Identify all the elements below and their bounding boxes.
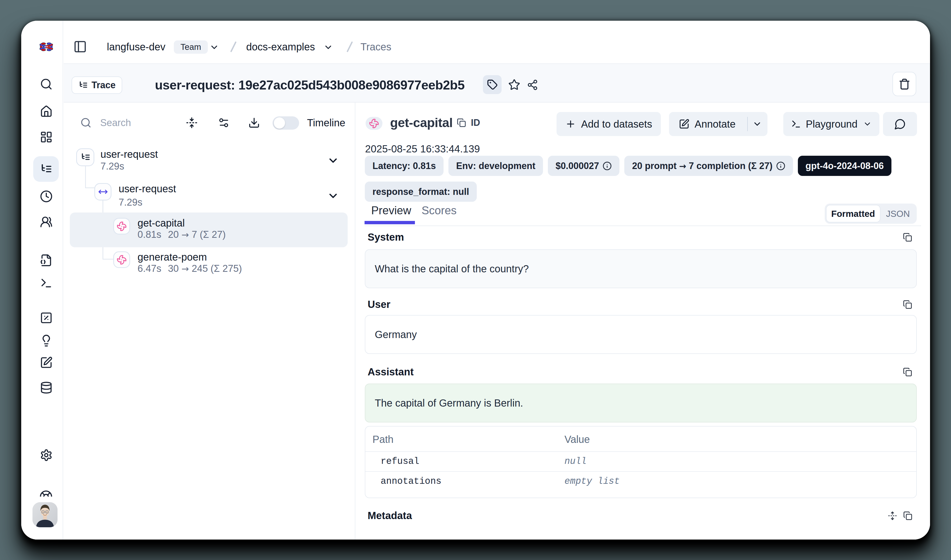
download-button[interactable] [248,117,260,129]
info-icon [603,162,612,171]
tree-connector [85,188,94,188]
tag-icon [487,79,498,90]
table-header-path: Path [372,434,394,445]
sidebar-tracing-item-active[interactable] [33,156,59,182]
table-divider [365,471,916,472]
tag-button[interactable] [483,75,502,94]
panel-divider[interactable] [355,103,355,540]
response-format-badge: response_format: null [365,182,477,202]
tree-row-duration: 7.29s [100,161,124,172]
timeline-label: Timeline [307,117,345,129]
playground-button[interactable]: Playground [783,112,879,136]
table-cell-path: refusal [381,456,419,467]
section-system-label: System [368,231,404,243]
model-badge[interactable]: gpt-4o-2024-08-06 [798,156,891,176]
unfold-vertical-icon [888,511,897,520]
sidebar-support-icon[interactable] [39,490,53,497]
annotate-split-button[interactable]: Annotate [669,112,768,136]
user-avatar[interactable] [32,502,57,527]
tree-row-stats: 0.81s20 → 7 (Σ 27) [137,229,226,240]
row-chevron-down-icon[interactable] [327,190,339,202]
generation-node-badge[interactable] [113,251,130,268]
app-window: langfuse-dev Team docs-examples Traces T… [21,21,930,540]
tokens-badge[interactable]: 20 prompt → 7 completion (Σ 27) [624,156,793,176]
row-chevron-down-icon[interactable] [327,154,339,167]
search-icon [80,117,92,128]
annotate-dropdown-chevron[interactable] [752,119,762,129]
view-settings-button[interactable] [218,117,229,129]
copy-icon [903,511,913,520]
breadcrumb-page[interactable]: Traces [360,41,391,53]
comments-button[interactable] [883,112,917,136]
toggle-knob [274,117,285,129]
share-button[interactable] [527,79,538,91]
tree-row-title[interactable]: user-request [100,149,158,160]
delete-trace-button[interactable] [893,72,916,96]
generation-type-chip [366,117,382,130]
format-toggle-formatted[interactable]: Formatted [826,205,880,223]
message-circle-icon [894,118,906,130]
trace-node-badge[interactable] [76,148,94,166]
download-icon [248,117,260,129]
copy-id-button[interactable] [457,118,466,127]
metrics-badges-row: Latency: 0.81s Env: development $0.00002… [365,156,891,176]
expand-metadata-button[interactable] [888,511,897,520]
pinwheel-icon [117,255,127,265]
output-fields-table: Path Value refusal null annotations empt… [365,426,917,498]
tree-row-title[interactable]: user-request [118,183,176,195]
sliders-icon [218,117,229,129]
tree-connector [103,259,113,260]
pinwheel-icon [369,118,379,129]
sidebar-rail [21,21,63,540]
terminal-icon [791,119,801,129]
table-cell-value: null [565,456,586,467]
breadcrumb-project-badge: Team [174,40,208,54]
trace-type-chip: Trace [72,77,122,94]
timeline-toggle[interactable] [272,116,299,130]
breadcrumb-separator-icon-2 [345,41,354,52]
format-toggle-json[interactable]: JSON [880,209,916,219]
table-cell-path: annotations [381,476,442,487]
trace-title: user-request: 19e27ac025d543b008e9086977… [155,78,465,92]
copy-icon [903,300,912,309]
table-cell-value: empty list [565,476,620,487]
tab-scores[interactable]: Scores [422,204,457,217]
copy-assistant-button[interactable] [903,368,912,377]
tabs-divider [365,226,921,226]
trace-type-label: Trace [92,80,115,91]
tab-preview[interactable]: Preview [371,204,411,217]
move-horizontal-icon [98,187,108,197]
resource-chevron-down-icon[interactable] [323,42,333,52]
assistant-message-box: The capital of Germany is Berlin. [365,383,917,422]
copy-icon [457,118,466,127]
latency-badge: Latency: 0.81s [365,156,443,176]
project-chevron-down-icon[interactable] [209,42,219,52]
plus-icon [565,118,576,129]
add-to-datasets-button[interactable]: Add to datasets [557,112,661,136]
copy-metadata-button[interactable] [903,511,913,520]
annotate-main[interactable]: Annotate [669,118,736,130]
trace-title-bar: Trace user-request: 19e27ac025d543b008e9… [64,64,930,103]
breadcrumb-project[interactable]: langfuse-dev [107,41,165,53]
tree-row-title[interactable]: generate-poem [137,251,207,263]
search-input[interactable]: Search [100,117,131,128]
copy-user-button[interactable] [903,300,912,309]
breadcrumb-resource[interactable]: docs-examples [246,41,315,53]
span-node-badge[interactable] [94,183,111,200]
top-header: langfuse-dev Team docs-examples Traces [64,21,930,64]
cost-badge[interactable]: $0.000027 [548,156,619,176]
copy-icon [903,233,912,242]
generation-node-badge[interactable] [113,218,130,234]
tree-row-duration: 7.29s [118,197,142,208]
list-tree-icon [80,152,91,162]
copy-system-button[interactable] [903,233,912,242]
active-tab-underline [365,221,415,224]
pinwheel-icon [117,221,127,231]
tree-row-title[interactable]: get-capital [137,217,185,229]
copy-icon [903,368,912,377]
star-button[interactable] [508,79,520,91]
format-toggle: Formatted JSON [825,203,917,224]
tree-row-stats: 6.47s30 → 245 (Σ 275) [137,263,242,274]
panel-toggle-icon[interactable] [73,40,87,54]
collapse-all-button[interactable] [186,117,198,129]
